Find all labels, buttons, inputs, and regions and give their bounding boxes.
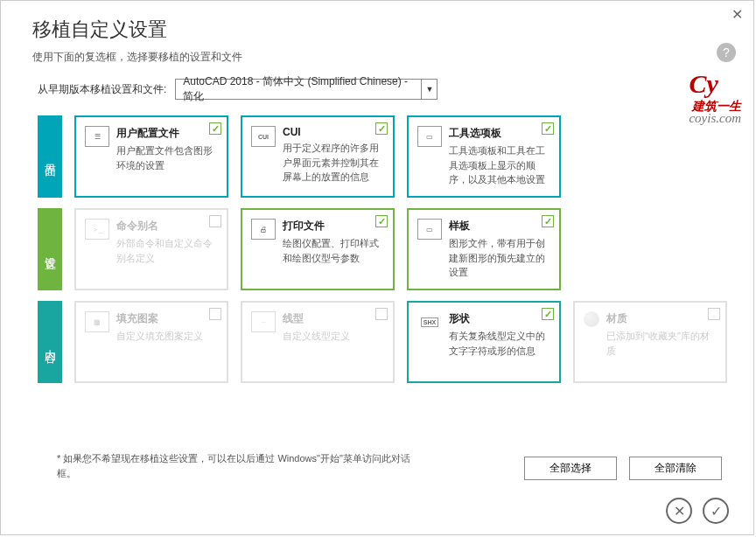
template-icon: ▭ xyxy=(417,219,442,240)
card-desc: 外部命令和自定义命令别名定义 xyxy=(116,236,218,265)
palette-icon: ▭ xyxy=(417,126,442,147)
section-settings: 设置 ＞_ 命令别名 外部命令和自定义命令别名定义 ✓ 🖨 打印文件 绘图仪配置… xyxy=(38,208,722,290)
printer-icon: 🖨 xyxy=(251,219,276,240)
source-select[interactable]: AutoCAD 2018 - 简体中文 (Simplified Chinese)… xyxy=(175,79,438,100)
linetype-icon: ┈ xyxy=(251,311,276,332)
card-title: 工具选项板 xyxy=(449,126,550,141)
tab-settings: 设置 xyxy=(38,208,62,290)
shx-icon: SHX xyxy=(417,311,442,332)
help-icon[interactable]: ? xyxy=(717,43,736,62)
cui-icon: CUI xyxy=(251,126,276,147)
card-print-files[interactable]: 🖨 打印文件 绘图仪配置、打印样式和绘图仪型号参数 ✓ xyxy=(241,208,395,290)
checkbox-unchecked-icon: ✓ xyxy=(209,215,221,227)
card-tool-palette[interactable]: ▭ 工具选项板 工具选项板和工具在工具选项板上显示的顺序，以及其他本地设置 ✓ xyxy=(407,115,561,198)
card-desc: 自定义填充图案定义 xyxy=(116,329,218,344)
card-desc: 用于定义程序的许多用户界面元素并控制其在屏幕上的放置的信息 xyxy=(283,141,384,185)
card-hatch: ▦ 填充图案 自定义填充图案定义 ✓ xyxy=(74,301,228,383)
source-label: 从早期版本移植设置和文件: xyxy=(38,82,166,97)
section-ui: 界面 ☰ 用户配置文件 用户配置文件包含图形环境的设置 ✓ CUI CUI 用于… xyxy=(38,115,722,198)
profile-icon: ☰ xyxy=(85,126,109,147)
source-row: 从早期版本移植设置和文件: AutoCAD 2018 - 简体中文 (Simpl… xyxy=(1,79,753,115)
card-user-profile[interactable]: ☰ 用户配置文件 用户配置文件包含图形环境的设置 ✓ xyxy=(74,115,228,198)
cards-content: ▦ 填充图案 自定义填充图案定义 ✓ ┈ 线型 自定义线型定义 ✓ xyxy=(74,301,727,383)
card-title: 命令别名 xyxy=(116,219,218,234)
card-title: 样板 xyxy=(449,219,550,234)
card-title: 填充图案 xyxy=(116,311,218,326)
card-title: CUI xyxy=(283,126,384,138)
card-material: 材质 已添加到"收藏夹"库的材质 ✓ xyxy=(573,301,727,383)
clear-all-button[interactable]: 全部清除 xyxy=(629,457,722,480)
hatch-icon: ▦ xyxy=(85,311,109,332)
card-desc: 自定义线型定义 xyxy=(283,329,384,344)
card-desc: 绘图仪配置、打印样式和绘图仪型号参数 xyxy=(283,236,384,265)
card-title: 线型 xyxy=(283,311,384,326)
cards-settings: ＞_ 命令别名 外部命令和自定义命令别名定义 ✓ 🖨 打印文件 绘图仪配置、打印… xyxy=(74,208,561,290)
card-desc: 用户配置文件包含图形环境的设置 xyxy=(116,143,218,172)
card-desc: 有关复杂线型定义中的文字字符或形的信息 xyxy=(449,329,550,358)
footnote: * 如果您不希望现在移植这些设置，可以在以后通过 Windows"开始"菜单访问… xyxy=(1,443,421,482)
card-alias: ＞_ 命令别名 外部命令和自定义命令别名定义 ✓ xyxy=(74,208,228,290)
tab-ui: 界面 xyxy=(38,115,62,198)
dialog-window: ✕ 移植自定义设置 使用下面的复选框，选择要移植的设置和文件 ? 从早期版本移植… xyxy=(0,0,754,535)
material-icon xyxy=(584,311,599,327)
dialog-title: 移植自定义设置 xyxy=(1,1,753,50)
alias-icon: ＞_ xyxy=(85,219,109,240)
card-cui[interactable]: CUI CUI 用于定义程序的许多用户界面元素并控制其在屏幕上的放置的信息 ✓ xyxy=(241,115,395,198)
checkbox-unchecked-icon: ✓ xyxy=(708,308,720,320)
checkbox-unchecked-icon: ✓ xyxy=(375,308,388,320)
select-all-button[interactable]: 全部选择 xyxy=(524,457,617,480)
card-desc: 已添加到"收藏夹"库的材质 xyxy=(606,329,717,358)
chevron-down-icon[interactable]: ▼ xyxy=(421,80,437,99)
section-content: 内容 ▦ 填充图案 自定义填充图案定义 ✓ ┈ 线型 自定义线型定义 xyxy=(38,301,722,383)
checkbox-unchecked-icon: ✓ xyxy=(209,308,221,320)
card-shape[interactable]: SHX 形状 有关复杂线型定义中的文字字符或形的信息 ✓ xyxy=(407,301,561,383)
card-title: 材质 xyxy=(606,311,717,326)
source-value: AutoCAD 2018 - 简体中文 (Simplified Chinese)… xyxy=(176,72,421,107)
card-title: 打印文件 xyxy=(283,219,384,234)
checkbox-checked-icon[interactable]: ✓ xyxy=(542,215,554,227)
checkbox-checked-icon[interactable]: ✓ xyxy=(542,308,554,320)
card-title: 形状 xyxy=(449,311,550,326)
sections: 界面 ☰ 用户配置文件 用户配置文件包含图形环境的设置 ✓ CUI CUI 用于… xyxy=(1,115,753,383)
checkbox-checked-icon[interactable]: ✓ xyxy=(209,122,221,135)
ok-button[interactable]: ✓ xyxy=(703,498,729,524)
close-icon[interactable]: ✕ xyxy=(732,6,743,23)
checkbox-checked-icon[interactable]: ✓ xyxy=(375,215,388,227)
card-template[interactable]: ▭ 样板 图形文件，带有用于创建新图形的预先建立的设置 ✓ xyxy=(407,208,561,290)
checkbox-checked-icon[interactable]: ✓ xyxy=(542,122,554,135)
checkbox-checked-icon[interactable]: ✓ xyxy=(375,122,388,135)
button-row: 全部选择 全部清除 xyxy=(524,457,722,480)
cancel-button[interactable]: ✕ xyxy=(666,498,692,524)
tab-content: 内容 xyxy=(38,301,62,383)
card-desc: 图形文件，带有用于创建新图形的预先建立的设置 xyxy=(449,236,550,280)
card-desc: 工具选项板和工具在工具选项板上显示的顺序，以及其他本地设置 xyxy=(449,143,550,187)
card-title: 用户配置文件 xyxy=(116,126,218,141)
card-linetype: ┈ 线型 自定义线型定义 ✓ xyxy=(241,301,395,383)
cards-ui: ☰ 用户配置文件 用户配置文件包含图形环境的设置 ✓ CUI CUI 用于定义程… xyxy=(74,115,561,198)
action-row: ✕ ✓ xyxy=(666,498,729,524)
